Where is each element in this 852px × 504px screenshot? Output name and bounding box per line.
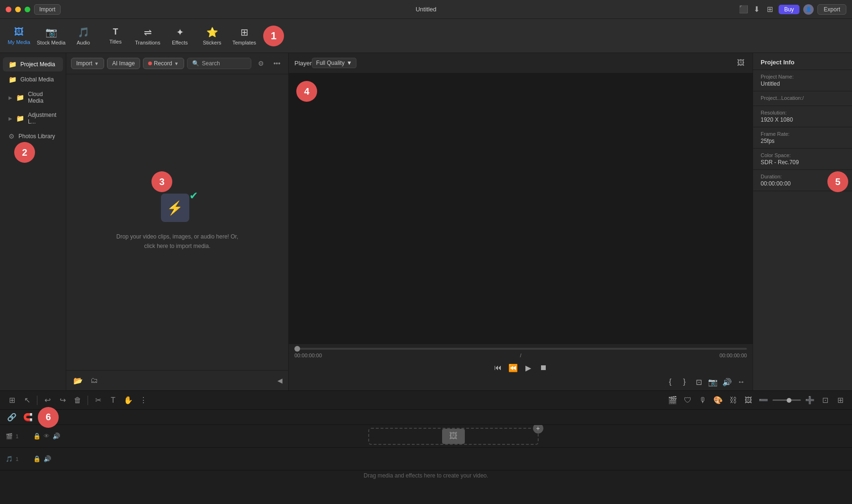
redo-tool[interactable]: ↪ bbox=[56, 394, 69, 407]
play-icon[interactable]: ▶ bbox=[523, 362, 534, 373]
delete-tool[interactable]: 🗑 bbox=[71, 394, 84, 407]
buy-button[interactable]: Buy bbox=[779, 5, 800, 14]
snapshot-icon[interactable]: 📷 bbox=[707, 376, 719, 388]
maximize-button[interactable] bbox=[25, 7, 30, 12]
screen-record-icon[interactable]: ⬛ bbox=[739, 5, 748, 14]
fit-icon[interactable]: ↔ bbox=[736, 376, 747, 388]
record-button[interactable]: Record ▼ bbox=[143, 58, 184, 69]
quality-label: Full Quality bbox=[316, 60, 345, 66]
titlebar-left: Import bbox=[6, 4, 61, 15]
mark-in-icon[interactable]: { bbox=[665, 376, 676, 388]
video-track-placeholder[interactable]: + 🖼 bbox=[368, 428, 539, 445]
video-track-icon[interactable]: 🎬 bbox=[666, 394, 679, 407]
link-icon[interactable]: 🔗 bbox=[6, 411, 18, 424]
ai-image-button[interactable]: AI Image bbox=[107, 58, 140, 69]
project-location-row: Project...Location:/ bbox=[753, 91, 852, 106]
crop-icon[interactable]: ⊡ bbox=[693, 376, 704, 388]
main-toolbar: 🖼 My Media 📷 Stock Media 🎵 Audio T Title… bbox=[0, 19, 852, 53]
cut-tool[interactable]: ✂ bbox=[92, 394, 104, 407]
timeline-scrubber[interactable] bbox=[294, 348, 747, 350]
sidebar-item-adjustment[interactable]: ▶ 📁 Adjustment L... bbox=[3, 108, 63, 128]
sidebar-item-cloud-media[interactable]: ▶ 📁 Cloud Media bbox=[3, 88, 63, 107]
toolbar-item-transitions[interactable]: ⇌ Transitions bbox=[133, 22, 163, 50]
lock-icon[interactable]: 🔒 bbox=[33, 455, 41, 462]
stop-icon[interactable]: ⏹ bbox=[538, 362, 549, 373]
zoom-track[interactable] bbox=[772, 399, 801, 401]
folder-list-icon[interactable]: 🗂 bbox=[88, 374, 100, 387]
folder-icon: 📁 bbox=[16, 115, 24, 122]
toolbar-item-audio[interactable]: 🎵 Audio bbox=[68, 22, 98, 50]
titlebar: Import Untitled ⬛ ⬇ ⊞ Buy 👤 Export bbox=[0, 0, 852, 19]
scrubber-handle[interactable] bbox=[294, 346, 300, 352]
sidebar-item-global-media[interactable]: 📁 Global Media bbox=[3, 72, 63, 87]
search-bar[interactable]: 🔍 Search bbox=[187, 58, 251, 69]
sidebar-label-photos-library: Photos Library bbox=[18, 133, 55, 140]
shield-icon[interactable]: 🛡 bbox=[682, 394, 694, 407]
export-button[interactable]: Export bbox=[817, 4, 846, 15]
toolbar-item-effects[interactable]: ✦ Effects bbox=[165, 22, 195, 50]
user-avatar[interactable]: 👤 bbox=[803, 4, 814, 15]
audio-track-content bbox=[51, 451, 846, 468]
lock-icon[interactable]: 🔒 bbox=[33, 433, 41, 440]
grid-icon[interactable]: ⊞ bbox=[765, 5, 775, 14]
snap-tool[interactable]: ⊞ bbox=[6, 394, 18, 407]
drop-text[interactable]: Drop your video clips, images, or audio … bbox=[116, 232, 238, 250]
toolbar-item-templates[interactable]: ⊞ Templates bbox=[229, 22, 259, 50]
eye-icon[interactable]: 👁 bbox=[44, 433, 50, 440]
filter-icon[interactable]: ⚙ bbox=[254, 57, 267, 70]
volume-icon[interactable]: 🔊 bbox=[44, 455, 51, 462]
add-clip-icon[interactable]: + bbox=[533, 425, 543, 433]
drop-text-line2: click here to import media. bbox=[116, 242, 238, 251]
dropdown-arrow-icon: ▼ bbox=[174, 61, 179, 66]
sidebar-label-global-media: Global Media bbox=[20, 76, 54, 83]
stock-media-icon: 📷 bbox=[45, 27, 57, 38]
color-icon[interactable]: 🎨 bbox=[712, 394, 724, 407]
add-folder-icon[interactable]: 📂 bbox=[72, 374, 84, 387]
toolbar-item-my-media[interactable]: 🖼 My Media bbox=[4, 22, 34, 50]
mark-out-icon[interactable]: } bbox=[679, 376, 690, 388]
folder-icon: 📁 bbox=[9, 61, 17, 68]
text-tool[interactable]: T bbox=[107, 394, 119, 407]
frame-back-icon[interactable]: ⏪ bbox=[507, 362, 519, 373]
zoom-slider[interactable] bbox=[772, 399, 801, 401]
volume-icon[interactable]: 🔊 bbox=[721, 376, 733, 388]
magnet-icon[interactable]: 🧲 bbox=[22, 411, 34, 424]
frame-rate-label: Frame Rate: bbox=[761, 131, 844, 137]
pan-tool[interactable]: ✋ bbox=[122, 394, 134, 407]
undo-tool[interactable]: ↩ bbox=[41, 394, 53, 407]
collapse-panel-icon[interactable]: ◀ bbox=[277, 377, 283, 384]
picture-in-picture-icon[interactable]: 🖼 bbox=[742, 394, 754, 407]
player-settings-icon[interactable]: 🖼 bbox=[735, 57, 747, 69]
quality-select[interactable]: Full Quality ▼ bbox=[312, 58, 356, 68]
select-tool[interactable]: ↖ bbox=[21, 394, 33, 407]
fit-timeline-icon[interactable]: ⊡ bbox=[819, 394, 831, 407]
zoom-in-icon[interactable]: ➕ bbox=[804, 394, 816, 407]
chain-icon[interactable]: ⛓ bbox=[727, 394, 739, 407]
download-icon[interactable]: ⬇ bbox=[752, 5, 762, 14]
toolbar-item-stock-media[interactable]: 📷 Stock Media bbox=[36, 22, 66, 50]
more-options-icon[interactable]: ••• bbox=[270, 57, 284, 70]
zoom-thumb[interactable] bbox=[787, 398, 791, 403]
close-button[interactable] bbox=[6, 7, 11, 12]
minimize-button[interactable] bbox=[15, 7, 21, 12]
current-time: 00:00:00:00 bbox=[294, 353, 322, 358]
color-space-label: Color Space: bbox=[761, 152, 844, 158]
sidebar-item-project-media[interactable]: 📁 Project Media bbox=[3, 57, 63, 71]
sidebar-item-photos-library[interactable]: ⚙ Photos Library bbox=[3, 129, 63, 143]
toolbar-item-stickers[interactable]: ⭐ Stickers bbox=[197, 22, 227, 50]
grid-view-icon[interactable]: ⊞ bbox=[834, 394, 846, 407]
add-media-button[interactable]: 1 bbox=[263, 26, 284, 46]
timeline-tracks: 🎬 1 🔒 👁 🔊 + 🖼 🎵 bbox=[0, 425, 852, 504]
stock-media-label: Stock Media bbox=[37, 40, 66, 45]
toolbar-item-titles[interactable]: T Titles bbox=[100, 22, 131, 50]
volume-icon[interactable]: 🔊 bbox=[53, 433, 60, 440]
mic-icon[interactable]: 🎙 bbox=[697, 394, 709, 407]
annotation-4: 4 bbox=[296, 81, 317, 102]
split-tool[interactable]: ⋮ bbox=[137, 394, 150, 407]
video-thumbnail: 🖼 bbox=[442, 429, 465, 444]
import-button[interactable]: Import ▼ bbox=[71, 58, 104, 69]
titlebar-import-button[interactable]: Import bbox=[34, 4, 61, 15]
skip-back-icon[interactable]: ⏮ bbox=[492, 362, 504, 373]
zoom-out-icon[interactable]: ➖ bbox=[757, 394, 770, 407]
project-name-value: Untitled bbox=[761, 80, 844, 87]
